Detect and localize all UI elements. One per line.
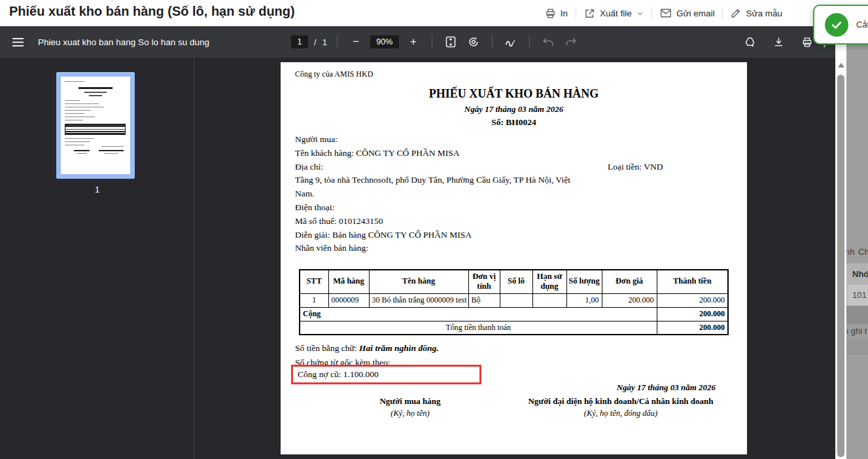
- table-total-row: Tổng tiền thanh toán 200.000: [300, 321, 728, 335]
- document-page: Công ty của AMIS HKD PHIẾU XUẤT KHO BÁN …: [281, 62, 747, 454]
- doc-info-line: Diễn giải: Bán hàng CÔNG TY CỔ PHẦN MISA: [295, 229, 570, 242]
- background-text-fragment: 101: [852, 290, 867, 300]
- col-header: Thành tiền: [657, 270, 728, 293]
- redo-icon[interactable]: [563, 33, 580, 50]
- page-separator: /: [314, 37, 317, 47]
- total-label: Tổng tiền thanh toán: [300, 321, 657, 335]
- background-text-fragment: n ghi t: [846, 326, 867, 336]
- page-thumbnail[interactable]: [56, 72, 135, 179]
- toolbar-divider: [492, 35, 493, 48]
- thumbnail-content-line: [65, 113, 84, 114]
- amount-in-words-label: Số tiền bằng chữ:: [295, 343, 357, 353]
- menu-icon[interactable]: [9, 33, 26, 50]
- signature-subtitle: (Ký, họ tên): [332, 409, 489, 418]
- signature-block-buyer: Người mua hàng (Ký, họ tên): [332, 396, 489, 418]
- preview-area: Công ty của AMIS HKD PHIẾU XUẤT KHO BÁN …: [194, 58, 835, 459]
- col-header: Tên hàng: [369, 270, 468, 293]
- thumbnail-content-line: [84, 92, 107, 93]
- page-header: Phiếu xuất kho bán hàng (Số lô, hạn sử d…: [0, 0, 868, 26]
- doc-info-line: Tầng 9, tòa nhà Technosoft, phố Duy Tân,…: [295, 174, 570, 187]
- table-header-row: STT Mã hàng Tên hàng Đơn vị tính Số lô H…: [300, 270, 728, 293]
- annotate-icon[interactable]: [502, 33, 519, 50]
- drive-add-icon[interactable]: [741, 33, 758, 50]
- cell-thanh-tien: 200.000: [657, 293, 728, 307]
- send-email-button[interactable]: Gửi email: [652, 0, 723, 26]
- thumbnail-content-line: [65, 120, 83, 120]
- signature-title: Người đại diện hộ kinh doanh/Cá nhân kin…: [523, 396, 719, 407]
- more-options-icon[interactable]: [824, 45, 825, 47]
- amount-in-words: Số tiền bằng chữ: Hai trăm nghìn đồng.: [295, 343, 439, 354]
- thumbnail-content-line: [101, 146, 124, 147]
- page-number-input[interactable]: 1: [291, 35, 308, 48]
- page-title: Phiếu xuất kho bán hàng (Số lô, hạn sử d…: [9, 4, 295, 19]
- items-table: STT Mã hàng Tên hàng Đơn vị tính Số lô H…: [299, 269, 729, 335]
- col-header: Đơn giá: [602, 270, 657, 293]
- pdf-toolbar-right: [741, 26, 816, 58]
- doc-title: PHIẾU XUẤT KHO BÁN HÀNG: [281, 87, 747, 101]
- thumbnail-page-number[interactable]: 1: [0, 185, 194, 194]
- background-text-fragment: Ch: [858, 247, 868, 257]
- amount-in-words-value: Hai trăm nghìn đồng.: [359, 343, 439, 353]
- doc-company-name: Công ty của AMIS HKD: [295, 69, 373, 79]
- thumbnail-content-line: [65, 138, 94, 139]
- table-row: 1 0000009 30 Bó thân trắng 0000009 test …: [300, 293, 728, 307]
- toolbar-divider: [432, 35, 432, 48]
- email-icon: [660, 8, 672, 18]
- edit-template-button-label: Sửa mẫu: [746, 9, 782, 18]
- page-scrollbar[interactable]: [835, 58, 846, 459]
- header-actions: In Xuất file Gửi email Sửa mẫu: [537, 0, 790, 26]
- cell-so-lo: [500, 293, 532, 307]
- thumbnail-content-line: [65, 107, 104, 107]
- doc-info-line: Người mua:: [295, 133, 570, 147]
- edit-template-button[interactable]: Sửa mẫu: [723, 0, 790, 26]
- thumbnail-content-line: [65, 100, 80, 101]
- signature-block-representative: Người đại diện hộ kinh doanh/Cá nhân kin…: [523, 396, 719, 418]
- fit-page-icon[interactable]: [442, 33, 459, 50]
- page-total: 1: [322, 37, 327, 47]
- pencil-icon: [731, 8, 741, 18]
- col-header: Số lô: [500, 270, 532, 293]
- cell-so-luong: 1,00: [566, 293, 602, 307]
- zoom-level-input[interactable]: 90%: [370, 35, 399, 48]
- thumbnail-content-line: [78, 87, 113, 89]
- thumbnail-content-line: [77, 153, 87, 154]
- success-toast: Cắt n: [813, 5, 868, 45]
- thumbnail-content-line: [65, 103, 99, 104]
- doc-currency-label: Loại tiền: VND: [608, 162, 663, 172]
- sign-date-line: Ngày 17 tháng 03 năm 2026: [617, 382, 716, 393]
- doc-info-line: Tên khách hàng: CÔNG TY CỔ PHẦN MISA: [295, 147, 570, 160]
- cell-stt: 1: [300, 293, 328, 307]
- download-icon[interactable]: [770, 33, 787, 50]
- thumbnail-content-line: [74, 150, 90, 151]
- thumbnail-table: [65, 124, 126, 135]
- col-header: Hạn sử dụng: [532, 270, 566, 293]
- export-file-button[interactable]: Xuất file: [576, 0, 651, 26]
- col-header: Mã hàng: [328, 270, 369, 293]
- thumbnail-content-line: [65, 81, 84, 82]
- chevron-down-icon: [636, 10, 644, 17]
- print-button[interactable]: In: [537, 0, 576, 26]
- scroll-up-icon[interactable]: [838, 63, 844, 67]
- doc-info-line: Mã số thuế: 0101243150: [295, 215, 570, 229]
- undo-icon[interactable]: [540, 33, 557, 50]
- pdf-toolbar: Phieu xuat kho ban hang So lo han su dun…: [0, 26, 835, 58]
- rotate-icon[interactable]: [465, 33, 482, 50]
- sum-value: 200.000: [657, 307, 728, 321]
- thumbnail-content-line: [65, 141, 90, 142]
- zoom-out-button[interactable]: −: [347, 33, 364, 50]
- thumbnail-content-line: [104, 153, 118, 154]
- pdf-page-zoom-controls: 1 / 1 − 90% +: [291, 26, 580, 58]
- thumbnail-panel: 1: [0, 58, 194, 459]
- doc-info-line: Điện thoại:: [295, 201, 570, 215]
- thumbnail-content-line: [89, 95, 102, 96]
- col-header: Đơn vị tính: [468, 270, 500, 293]
- table-sum-row: Cộng 200.000: [300, 307, 728, 321]
- zoom-in-button[interactable]: +: [405, 33, 422, 50]
- signature-title: Người mua hàng: [332, 396, 489, 407]
- toolbar-divider: [529, 35, 530, 48]
- cell-don-gia: 200.000: [602, 293, 657, 307]
- export-icon: [584, 8, 595, 19]
- background-app-panel: nh Ch Nhó 101 n ghi t: [846, 26, 868, 459]
- scrollbar-thumb[interactable]: [837, 75, 844, 457]
- doc-date-line: Ngày 17 tháng 03 năm 2026: [281, 104, 747, 115]
